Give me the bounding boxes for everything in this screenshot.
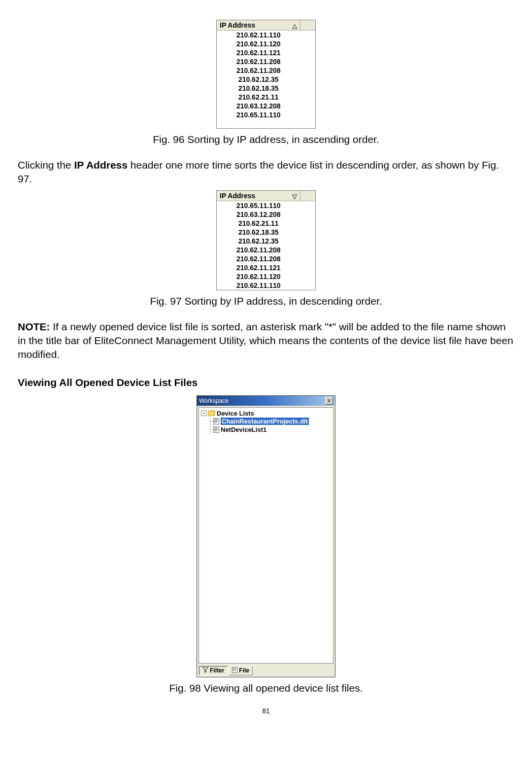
tab-filter[interactable]: Filter: [199, 666, 228, 675]
ip-address-column-header[interactable]: IP Address ▽: [217, 191, 300, 201]
ip-cell[interactable]: 210.62.11.121: [217, 263, 300, 272]
ip-cell[interactable]: 210.62.11.110: [217, 31, 300, 40]
note-text: If a newly opened device list file is so…: [18, 321, 513, 360]
tab-file[interactable]: File: [229, 666, 253, 675]
para-click-header: Clicking the IP Address header one more …: [18, 158, 514, 186]
tab-label: File: [239, 667, 249, 674]
close-button[interactable]: x: [325, 397, 333, 405]
section-heading: Viewing All Opened Device List Files: [18, 377, 514, 388]
ip-cell[interactable]: 210.62.11.121: [217, 48, 300, 57]
ip-cell[interactable]: 210.62.11.120: [217, 272, 300, 281]
tree-root-label: Device Lists: [217, 410, 254, 417]
ip-cell[interactable]: 210.62.11.208: [217, 66, 300, 75]
tab-label: Filter: [210, 667, 224, 674]
tree-item[interactable]: NetDeviceList1: [213, 425, 331, 434]
file-icon: [213, 418, 219, 424]
column-header-label: IP Address: [220, 21, 255, 29]
ip-cell[interactable]: 210.62.21.11: [217, 219, 300, 228]
ip-cell[interactable]: 210.62.21.11: [217, 93, 300, 102]
tree-item-label: ChainRestaurantProjects.dlt: [221, 418, 309, 425]
ip-cell[interactable]: 210.62.12.35: [217, 75, 300, 84]
fig98-caption: Fig. 98 Viewing all opened device list f…: [18, 682, 514, 694]
column-header-label: IP Address: [220, 192, 255, 200]
workspace-title: Workspace: [199, 397, 229, 404]
fig97-caption: Fig. 97 Sorting by IP address, in descen…: [18, 295, 514, 307]
ip-cell[interactable]: 210.62.11.208: [217, 57, 300, 66]
ip-address-column-header[interactable]: IP Address △: [217, 20, 300, 31]
tree-item-label: NetDeviceList1: [221, 426, 266, 433]
ip-cell[interactable]: 210.65.11.110: [217, 201, 300, 210]
ip-cell[interactable]: 210.63.12.208: [217, 210, 300, 219]
tree-collapse-icon[interactable]: -: [201, 411, 206, 416]
ip-cell[interactable]: 210.62.18.35: [217, 84, 300, 93]
svg-rect-10: [233, 667, 237, 672]
fig97-table: IP Address ▽ 210.65.11.110 210.63.12.208…: [216, 190, 316, 290]
workspace-panel: Workspace x - Device Lists ChainRestaura…: [197, 395, 335, 677]
funnel-icon: [202, 667, 208, 674]
note-paragraph: NOTE: If a newly opened device list file…: [18, 320, 514, 362]
workspace-titlebar: Workspace x: [197, 396, 335, 406]
ip-cell[interactable]: 210.63.12.208: [217, 102, 300, 110]
ip-cell-empty: [217, 119, 300, 128]
para-text: Clicking the: [18, 159, 74, 171]
ip-cell[interactable]: 210.62.11.208: [217, 246, 300, 254]
page-number: 81: [18, 707, 514, 715]
tree-item-selected[interactable]: ChainRestaurantProjects.dlt: [213, 417, 331, 425]
file-icon: [232, 667, 237, 674]
sort-descending-icon: ▽: [292, 193, 297, 200]
ip-cell[interactable]: 210.62.18.35: [217, 228, 300, 237]
ip-cell[interactable]: 210.65.11.110: [217, 110, 300, 119]
note-label: NOTE:: [18, 321, 50, 332]
ip-cell[interactable]: 210.62.11.120: [217, 39, 300, 48]
ip-cell[interactable]: 210.62.11.208: [217, 254, 300, 263]
ip-address-table-asc: IP Address △ 210.62.11.110 210.62.11.120…: [217, 20, 315, 128]
empty-column-header: [300, 20, 316, 31]
folder-open-icon: [208, 410, 215, 416]
ip-cell[interactable]: 210.62.11.110: [217, 281, 300, 290]
fig96-table: IP Address △ 210.62.11.110 210.62.11.120…: [216, 20, 316, 129]
ip-address-table-desc: IP Address ▽ 210.65.11.110 210.63.12.208…: [217, 191, 315, 290]
empty-column-header: [300, 191, 316, 201]
tree-children: ChainRestaurantProjects.dlt NetDeviceLis…: [210, 417, 331, 434]
file-icon: [213, 426, 219, 433]
workspace-tree: - Device Lists ChainRestaurantProjects.d…: [199, 407, 333, 664]
tree-root-device-lists[interactable]: - Device Lists: [201, 410, 331, 417]
sort-ascending-icon: △: [292, 22, 297, 30]
workspace-tabs: Filter File: [197, 665, 335, 677]
para-bold: IP Address: [74, 159, 128, 171]
ip-cell[interactable]: 210.62.12.35: [217, 237, 300, 246]
fig96-caption: Fig. 96 Sorting by IP address, in ascend…: [18, 134, 514, 145]
